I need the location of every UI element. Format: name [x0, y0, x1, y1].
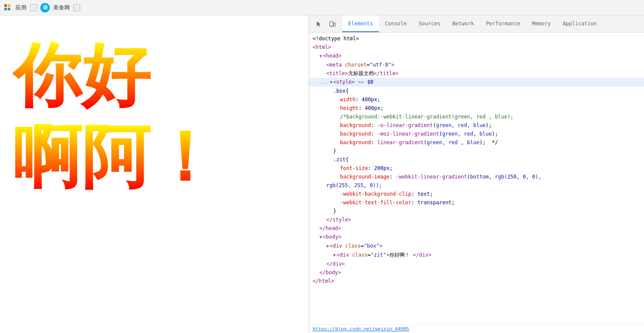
- svg-rect-0: [4, 4, 7, 7]
- browser-bar: 应用 □ 袋 美食网 □: [0, 0, 644, 15]
- doc-icon-1: □: [30, 4, 37, 11]
- line-bgclip: -webkit-background-clip: text;: [309, 190, 644, 198]
- line-html[interactable]: <html>: [309, 43, 644, 51]
- tab-sources[interactable]: Sources: [412, 15, 446, 32]
- line-zit-close: }: [309, 207, 644, 215]
- chinese-text-top: 你好: [13, 41, 300, 110]
- line-div-box[interactable]: <div class="box">: [309, 242, 644, 251]
- cursor-icon[interactable]: [313, 18, 325, 30]
- tab-memory[interactable]: Memory: [526, 15, 557, 32]
- devtools-content[interactable]: <!doctype html> <html> <head> <meta char…: [309, 33, 644, 324]
- svg-rect-2: [4, 8, 7, 10]
- apps-icon[interactable]: [3, 3, 12, 12]
- svg-rect-1: [8, 4, 10, 7]
- tab-network[interactable]: Network: [446, 15, 480, 32]
- devtools-panel: Elements Console Sources Network Perform…: [309, 15, 644, 333]
- line-style-close: </style>: [309, 215, 644, 224]
- line-style[interactable]: ... <style> == $0: [309, 78, 644, 87]
- line-box-close: }: [309, 147, 644, 155]
- tab-console[interactable]: Console: [379, 15, 413, 32]
- device-icon[interactable]: [326, 18, 338, 30]
- devtools-icon-group: [309, 18, 342, 30]
- tab-performance[interactable]: Performance: [480, 15, 526, 32]
- line-body-close: </body>: [309, 268, 644, 277]
- webpage-preview: 你好 啊阿！: [0, 15, 309, 333]
- line-height: height: 400px;: [309, 104, 644, 112]
- line-meta[interactable]: <meta charset="utf-8">: [309, 61, 644, 69]
- line-bg1: background: -o-linear-gradient(green, re…: [309, 121, 644, 130]
- svg-rect-5: [334, 23, 335, 26]
- line-head-close: </head>: [309, 224, 644, 233]
- line-head[interactable]: <head>: [309, 51, 644, 61]
- meituan-label: 美食网: [53, 4, 70, 12]
- line-doctype: <!doctype html>: [309, 34, 644, 43]
- line-zit: .zit{: [309, 155, 644, 164]
- doc-icon-2: □: [73, 4, 80, 11]
- chinese-text-bottom: 啊阿！: [13, 123, 300, 191]
- line-bgimg2: rgb(255, 255, 0));: [309, 181, 644, 190]
- line-width: width: 400px;: [309, 95, 644, 104]
- line-bg3: background: linear-gradient(green, red ,…: [309, 138, 644, 147]
- tab-elements[interactable]: Elements: [342, 15, 379, 32]
- svg-rect-3: [8, 8, 10, 10]
- url-text: https://blog.csdn.net/weixin_44905: [313, 326, 409, 332]
- devtools-tabs: Elements Console Sources Network Perform…: [342, 15, 644, 32]
- tab-application[interactable]: Application: [557, 15, 602, 32]
- line-bg2: background: -moz-linear-gradient(green, …: [309, 130, 644, 138]
- line-fontsize: font-size: 200px;: [309, 164, 644, 173]
- line-title[interactable]: <title>无标题文档</title>: [309, 69, 644, 78]
- line-body[interactable]: <body>: [309, 233, 644, 242]
- svg-rect-4: [330, 21, 333, 27]
- meituan-icon: 袋: [40, 3, 50, 12]
- url-bar: https://blog.csdn.net/weixin_44905: [309, 324, 644, 333]
- line-comment1: /*background:-webkit-linear-gradient(gre…: [309, 112, 644, 121]
- line-textfill: -webkit-text-fill-color: transparent;: [309, 198, 644, 207]
- apps-label: 应用: [15, 4, 27, 12]
- line-div-zit[interactable]: <div class="zit">你好啊！ </div>: [309, 251, 644, 260]
- line-bgimg: background-image: -webkit-linear-gradien…: [309, 173, 644, 181]
- line-div-close: </div>: [309, 260, 644, 268]
- line-box: .box{: [309, 87, 644, 95]
- line-html-close: </html>: [309, 277, 644, 285]
- main-area: 你好 啊阿！ Elemen: [0, 15, 644, 333]
- devtools-toolbar: Elements Console Sources Network Perform…: [309, 15, 644, 33]
